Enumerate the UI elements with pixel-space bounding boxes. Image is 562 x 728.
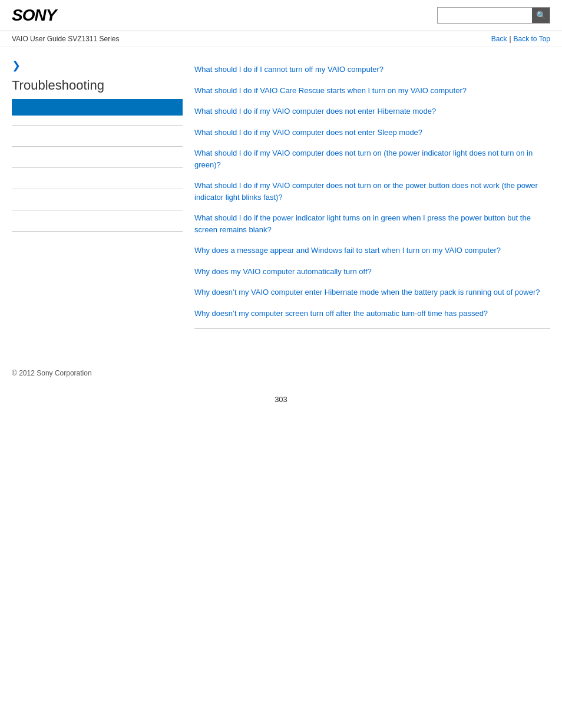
content-area: What should I do if I cannot turn off my…	[194, 59, 550, 334]
header: SONY 🔍	[0, 0, 562, 31]
nav-links: Back | Back to Top	[491, 35, 550, 43]
content-link-5[interactable]: What should I do if my VAIO computer doe…	[194, 143, 550, 175]
content-links: What should I do if I cannot turn off my…	[194, 59, 550, 324]
content-divider	[194, 328, 550, 329]
content-link-4[interactable]: What should I do if my VAIO computer doe…	[194, 122, 550, 143]
back-link[interactable]: Back	[491, 35, 507, 43]
main-content: ❯ Troubleshooting What should I do if I …	[0, 47, 562, 345]
content-link-6[interactable]: What should I do if my VAIO computer doe…	[194, 175, 550, 207]
chevron-icon: ❯	[12, 59, 183, 72]
page-footer: © 2012 Sony Corporation	[0, 357, 562, 389]
back-to-top-link[interactable]: Back to Top	[514, 35, 550, 43]
copyright: © 2012 Sony Corporation	[12, 369, 92, 377]
content-link-11[interactable]: Why doesn’t my computer screen turn off …	[194, 303, 550, 324]
sidebar-link-2[interactable]	[12, 147, 183, 168]
content-link-10[interactable]: Why doesn’t my VAIO computer enter Hiber…	[194, 282, 550, 303]
nav-separator: |	[509, 35, 511, 43]
page-number: 303	[0, 389, 562, 410]
content-link-1[interactable]: What should I do if I cannot turn off my…	[194, 59, 550, 80]
content-link-9[interactable]: Why does my VAIO computer automatically …	[194, 261, 550, 282]
search-button[interactable]: 🔍	[532, 8, 550, 23]
content-link-3[interactable]: What should I do if my VAIO computer doe…	[194, 101, 550, 122]
sidebar-link-4[interactable]	[12, 189, 183, 210]
content-link-7[interactable]: What should I do if the power indicator …	[194, 207, 550, 240]
sidebar-link-5[interactable]	[12, 210, 183, 232]
subheader: VAIO User Guide SVZ1311 Series Back | Ba…	[0, 31, 562, 47]
search-input[interactable]	[438, 8, 532, 23]
sony-logo: SONY	[12, 6, 56, 25]
sidebar-link-1[interactable]	[12, 125, 183, 147]
content-link-8[interactable]: Why does a message appear and Windows fa…	[194, 240, 550, 261]
search-box[interactable]: 🔍	[437, 7, 550, 24]
content-link-2[interactable]: What should I do if VAIO Care Rescue sta…	[194, 80, 550, 101]
sidebar-title: Troubleshooting	[12, 78, 183, 93]
guide-title: VAIO User Guide SVZ1311 Series	[12, 35, 120, 43]
sidebar: ❯ Troubleshooting	[12, 59, 183, 334]
search-icon: 🔍	[536, 11, 546, 20]
sidebar-link-3[interactable]	[12, 168, 183, 189]
sidebar-links	[12, 125, 183, 232]
sidebar-highlight	[12, 99, 183, 116]
